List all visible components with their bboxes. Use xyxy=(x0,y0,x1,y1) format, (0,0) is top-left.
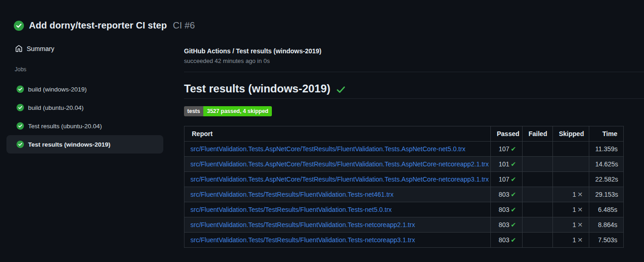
skipped-cell: 1✕ xyxy=(553,233,589,248)
table-row: src/FluentValidation.Tests.AspNetCore/Te… xyxy=(184,157,624,172)
check-circle-icon xyxy=(17,85,24,93)
check-circle-icon xyxy=(14,21,24,31)
col-header-failed: Failed xyxy=(523,126,553,142)
check-icon: ✔ xyxy=(511,221,516,228)
skipped-cell xyxy=(553,142,589,157)
check-circle-icon xyxy=(17,141,24,148)
col-header-time: Time xyxy=(589,126,624,142)
report-link[interactable]: src/FluentValidation.Tests/TestResults/F… xyxy=(190,221,415,228)
failed-cell xyxy=(523,142,553,157)
table-header-row: Report Passed Failed Skipped Time xyxy=(184,126,624,142)
time-cell: 11.359s xyxy=(589,142,624,157)
time-cell: 14.625s xyxy=(589,157,624,172)
success-check-icon xyxy=(336,85,346,95)
col-header-report: Report xyxy=(184,126,491,142)
time-cell: 8.864s xyxy=(589,217,624,233)
table-row: src/FluentValidation.Tests/TestResults/F… xyxy=(184,217,624,233)
skipped-cell xyxy=(553,172,589,187)
failed-cell xyxy=(523,172,553,187)
table-row: src/FluentValidation.Tests/TestResults/F… xyxy=(184,187,624,202)
sidebar-item-summary[interactable]: Summary xyxy=(15,44,175,53)
sidebar-item-test-results-windows[interactable]: Test results (windows-2019) xyxy=(6,135,163,154)
sidebar-item-test-results-ubuntu[interactable]: Test results (ubuntu-20.04) xyxy=(6,117,163,135)
section-heading: Test results (windows-2019) xyxy=(184,82,644,99)
check-title: GitHub Actions / Test results (windows-2… xyxy=(184,47,644,55)
table-row: src/FluentValidation.Tests.AspNetCore/Te… xyxy=(184,172,624,187)
badge-label: tests xyxy=(184,106,203,116)
time-cell: 6.485s xyxy=(589,202,624,217)
col-header-passed: Passed xyxy=(491,126,523,142)
report-link[interactable]: src/FluentValidation.Tests.AspNetCore/Te… xyxy=(190,176,489,183)
check-circle-icon xyxy=(17,104,24,111)
failed-cell xyxy=(523,233,553,248)
col-header-skipped: Skipped xyxy=(553,126,589,142)
check-icon: ✔ xyxy=(511,160,516,168)
tests-badge: tests 3527 passed, 4 skipped xyxy=(184,106,272,116)
table-row: src/FluentValidation.Tests/TestResults/F… xyxy=(184,202,624,217)
table-row: src/FluentValidation.Tests.AspNetCore/Te… xyxy=(184,142,624,157)
jobs-section-label: Jobs xyxy=(15,66,184,73)
check-icon: ✔ xyxy=(511,191,516,198)
job-label: build (windows-2019) xyxy=(28,86,87,93)
skipped-cell: 1✕ xyxy=(553,202,589,217)
summary-label: Summary xyxy=(27,45,54,52)
time-cell: 22.582s xyxy=(589,172,624,187)
check-header: GitHub Actions / Test results (windows-2… xyxy=(184,37,644,65)
failed-cell xyxy=(523,202,553,217)
badge-value: 3527 passed, 4 skipped xyxy=(203,106,272,116)
skipped-cell: 1✕ xyxy=(553,187,589,202)
x-icon: ✕ xyxy=(577,236,583,244)
home-icon xyxy=(15,45,23,52)
x-icon: ✕ xyxy=(577,221,583,228)
check-circle-icon xyxy=(17,122,24,130)
jobs-list: build (windows-2019) build (ubuntu-20.04… xyxy=(0,80,184,154)
job-label: Test results (windows-2019) xyxy=(28,141,110,148)
report-link[interactable]: src/FluentValidation.Tests.AspNetCore/Te… xyxy=(190,160,489,168)
run-number: CI #6 xyxy=(173,20,195,31)
check-run-panel: GitHub Actions / Test results (windows-2… xyxy=(184,37,644,248)
run-title: Add dorny/test-reporter CI step xyxy=(29,20,167,31)
check-icon: ✔ xyxy=(511,176,516,183)
check-icon: ✔ xyxy=(511,206,516,213)
x-icon: ✕ xyxy=(577,206,583,213)
job-label: build (ubuntu-20.04) xyxy=(28,104,84,111)
test-results-table: Report Passed Failed Skipped Time src/Fl… xyxy=(184,126,624,248)
report-link[interactable]: src/FluentValidation.Tests/TestResults/F… xyxy=(190,236,415,244)
check-subtitle: succeeded 42 minutes ago in 0s xyxy=(184,57,644,65)
failed-cell xyxy=(523,217,553,233)
report-link[interactable]: src/FluentValidation.Tests/TestResults/F… xyxy=(190,206,392,213)
skipped-cell xyxy=(553,157,589,172)
failed-cell xyxy=(523,187,553,202)
failed-cell xyxy=(523,157,553,172)
report-link[interactable]: src/FluentValidation.Tests/TestResults/F… xyxy=(190,191,393,198)
sidebar-item-build-windows[interactable]: build (windows-2019) xyxy=(6,80,163,98)
jobs-sidebar: Summary Jobs build (windows-2019) build … xyxy=(0,37,184,154)
check-icon: ✔ xyxy=(511,236,516,244)
time-cell: 7.503s xyxy=(589,233,624,248)
divider xyxy=(184,72,644,72)
report-link[interactable]: src/FluentValidation.Tests.AspNetCore/Te… xyxy=(190,145,466,153)
check-icon: ✔ xyxy=(511,145,516,153)
skipped-cell: 1✕ xyxy=(553,217,589,233)
run-header: Add dorny/test-reporter CI step CI #6 xyxy=(0,0,644,37)
sidebar-item-build-ubuntu[interactable]: build (ubuntu-20.04) xyxy=(6,98,163,117)
section-heading-text: Test results (windows-2019) xyxy=(184,82,330,96)
time-cell: 29.153s xyxy=(589,187,624,202)
table-row: src/FluentValidation.Tests/TestResults/F… xyxy=(184,233,624,248)
job-label: Test results (ubuntu-20.04) xyxy=(28,123,102,130)
x-icon: ✕ xyxy=(577,191,583,198)
